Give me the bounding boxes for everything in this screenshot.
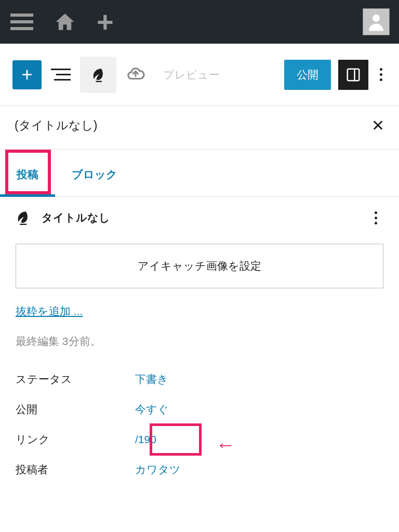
meta-link-row[interactable]: リンク /190	[16, 424, 383, 455]
meta-publish-label: 公開	[16, 402, 135, 417]
annotation-arrow-icon	[216, 434, 235, 456]
meta-status-value[interactable]: 下書き	[135, 372, 168, 387]
admin-bar: +	[0, 0, 399, 44]
meta-link-label: リンク	[16, 432, 135, 447]
post-settings-panel: タイトルなし アイキャッチ画像を設定 抜粋を追加 ... 最終編集 3分前。 ス…	[0, 197, 399, 498]
edit-mode-button[interactable]	[80, 57, 116, 93]
svg-rect-1	[96, 81, 102, 82]
panel-more-icon[interactable]	[375, 211, 383, 224]
menu-icon[interactable]	[10, 14, 33, 30]
svg-point-0	[373, 15, 380, 22]
add-excerpt-link[interactable]: 抜粋を追加 ...	[16, 304, 83, 318]
preview-button: プレビュー	[163, 66, 220, 83]
document-outline-icon[interactable]	[51, 69, 71, 81]
close-icon[interactable]: ✕	[371, 116, 384, 135]
panel-title: タイトルなし	[42, 210, 110, 225]
panel-title-row: タイトルなし	[16, 210, 383, 225]
svg-rect-2	[348, 69, 360, 81]
meta-author-label: 投稿者	[16, 462, 135, 477]
last-edited-text: 最終編集 3分前。	[16, 334, 383, 349]
publish-button[interactable]: 公開	[284, 60, 331, 90]
add-block-button[interactable]: +	[12, 60, 42, 89]
settings-tabs: 投稿 ブロック	[0, 155, 399, 197]
featured-image-button[interactable]: アイキャッチ画像を設定	[16, 244, 383, 288]
tab-block[interactable]: ブロック	[55, 155, 134, 196]
leaf-icon	[16, 210, 30, 225]
meta-publish-value[interactable]: 今すぐ	[135, 402, 169, 417]
svg-rect-4	[20, 224, 26, 225]
settings-panel-toggle[interactable]	[338, 60, 368, 90]
meta-author-row[interactable]: 投稿者 カワタツ	[16, 455, 383, 485]
meta-publish-row[interactable]: 公開 今すぐ	[16, 394, 383, 424]
annotation-highlight	[5, 150, 51, 194]
meta-status-label: ステータス	[16, 372, 135, 387]
meta-author-value[interactable]: カワタツ	[135, 462, 181, 477]
toolbar-right: 公開	[284, 60, 387, 90]
annotation-link-highlight	[150, 423, 202, 456]
admin-left: +	[5, 7, 114, 36]
save-cloud-icon[interactable]	[126, 64, 145, 86]
home-icon[interactable]	[54, 11, 76, 33]
document-title: (タイトルなし)	[15, 117, 97, 134]
add-new-icon[interactable]: +	[97, 7, 114, 36]
avatar[interactable]	[363, 8, 390, 35]
editor-toolbar: + プレビュー 公開	[0, 44, 399, 106]
meta-status-row[interactable]: ステータス 下書き	[16, 364, 383, 394]
document-title-row: (タイトルなし) ✕	[0, 106, 399, 150]
more-options-icon[interactable]	[376, 68, 387, 81]
